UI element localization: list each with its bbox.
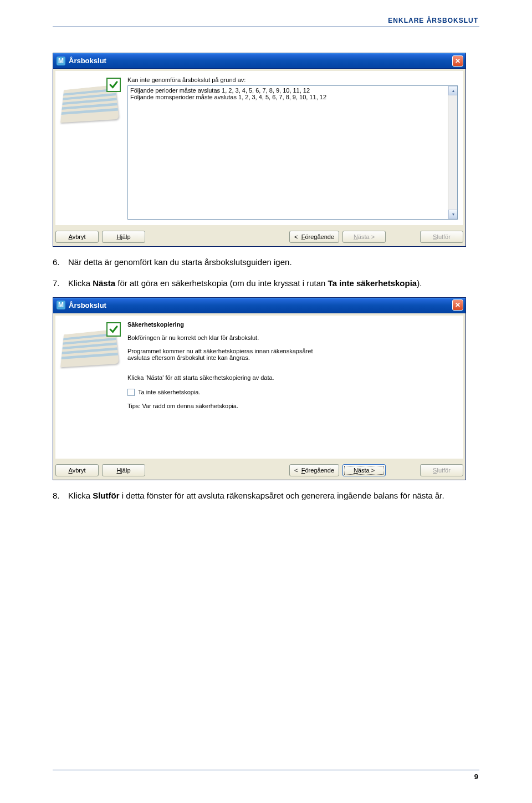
backup-text: avslutas eftersom årsbokslut inte kan ån… <box>127 354 458 361</box>
book-icon <box>61 322 121 370</box>
cancel-button[interactable]: Avbryt <box>55 231 99 243</box>
cancel-button[interactable]: Avbryt <box>55 464 99 476</box>
checkmark-icon <box>106 78 121 92</box>
page-number: 9 <box>53 772 479 781</box>
next-button[interactable]: Nästa > <box>342 464 386 476</box>
titlebar: M Årsbokslut ✕ <box>53 53 466 69</box>
checkmark-icon <box>106 322 121 337</box>
scroll-up-icon[interactable]: ▴ <box>448 86 458 95</box>
list-item: Följande momsperioder måste avslutas 1, … <box>130 94 455 100</box>
dialog-body: Kan inte genomföra årsbokslut på grund a… <box>55 71 463 225</box>
app-icon: M <box>57 57 65 65</box>
step-7-text: 7.Klicka Nästa för att göra en säkerhets… <box>53 278 479 289</box>
step-6-text: 6.När detta är genomfört kan du starta å… <box>53 257 479 268</box>
dialog-arsbokslut-error: M Årsbokslut ✕ Kan inte genomföra årsbok… <box>53 53 466 247</box>
close-icon[interactable]: ✕ <box>452 299 463 311</box>
finish-button[interactable]: Slutför <box>420 231 463 243</box>
backup-text: Programmet kommer nu att säkerhetskopier… <box>127 348 458 354</box>
scroll-down-icon[interactable]: ▾ <box>448 210 458 219</box>
footer-rule <box>53 770 479 770</box>
app-icon: M <box>57 301 65 309</box>
list-item: Följande perioder måste avslutas 1, 2, 3… <box>130 87 455 94</box>
help-button[interactable]: Hjälp <box>102 231 145 243</box>
help-button[interactable]: Hjälp <box>102 464 145 476</box>
book-icon <box>61 78 121 125</box>
previous-button[interactable]: < Föregående <box>289 464 339 476</box>
document-header: ENKLARE ÅRSBOKSLUT <box>53 0 479 24</box>
backup-tip: Tips: Var rädd om denna säkerhetskopia. <box>127 403 458 409</box>
button-bar: Avbryt Hjälp < Föregående Nästa > Slutfö… <box>53 227 466 246</box>
window-title: Årsbokslut <box>69 301 452 309</box>
error-listbox[interactable]: Följande perioder måste avslutas 1, 2, 3… <box>127 85 458 220</box>
step-8-text: 8.Klicka Slutför i detta fönster för att… <box>53 490 479 501</box>
finish-button[interactable]: Slutför <box>420 464 463 476</box>
backup-text: Bokföringen är nu korrekt och klar för å… <box>127 334 458 341</box>
skip-backup-checkbox[interactable] <box>127 389 135 396</box>
window-title: Årsbokslut <box>69 57 452 65</box>
previous-button[interactable]: < Föregående <box>289 231 339 243</box>
next-button[interactable]: Nästa > <box>342 231 386 243</box>
dialog-arsbokslut-backup: M Årsbokslut ✕ Säkerhetskopiering Bokför… <box>53 297 466 480</box>
dialog-body: Säkerhetskopiering Bokföringen är nu kor… <box>55 316 463 459</box>
checkbox-label: Ta inte säkerhetskopia. <box>138 389 201 395</box>
header-rule <box>53 27 479 27</box>
titlebar: M Årsbokslut ✕ <box>53 298 466 313</box>
scrollbar[interactable]: ▴ ▾ <box>448 86 457 219</box>
close-icon[interactable]: ✕ <box>452 55 463 67</box>
page-footer: 9 <box>53 770 479 781</box>
button-bar: Avbryt Hjälp < Föregående Nästa > Slutfö… <box>53 461 466 480</box>
backup-heading: Säkerhetskopiering <box>127 321 458 328</box>
error-prompt: Kan inte genomföra årsbokslut på grund a… <box>127 77 458 83</box>
backup-text: Klicka 'Nästa' för att starta säkerhetsk… <box>127 374 458 381</box>
